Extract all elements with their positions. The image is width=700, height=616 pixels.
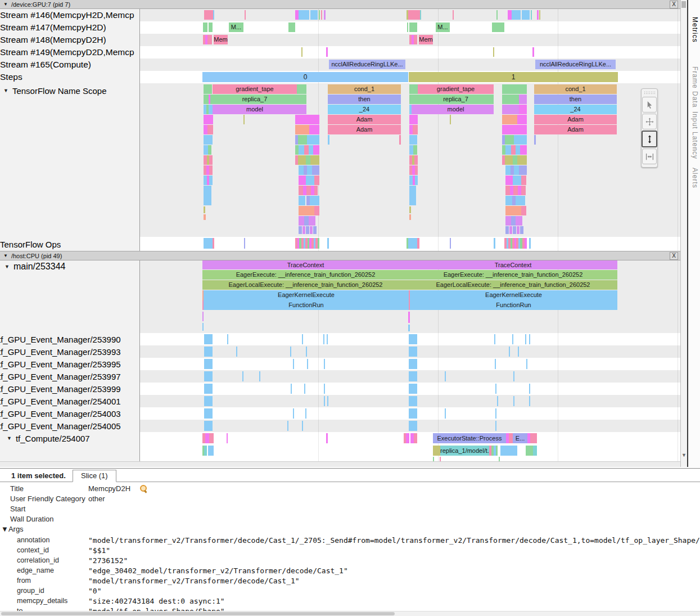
trace-slice[interactable]: model [213,105,297,114]
collapse-arrow-icon[interactable]: ▼ [7,435,12,441]
trace-slice[interactable]: M... [436,23,450,32]
collapse-arrow-icon[interactable]: ▼ [4,264,10,269]
trace-slice[interactable]: then [328,95,401,104]
trace-slice-fragment [399,135,401,145]
trace-slice[interactable]: ncclAllReduceRingLLKe... [535,60,616,69]
trace-slice[interactable]: EagerLocalExecute: __inference_train_fun… [202,280,409,290]
vertical-scrollbar[interactable] [680,0,687,467]
trace-slice-fragment [313,226,317,234]
side-tab-metrics[interactable]: Metrics [691,17,699,43]
row-label-text: Stream #165(Compute) [0,60,91,70]
scroll-down-arrow-icon[interactable]: ▼ [681,452,687,458]
pan-tool-icon [645,118,654,126]
gpu-section-header[interactable]: ▼ /device:GPU:7 (pid 7) X [0,0,680,9]
trace-slice-fragment [516,145,520,155]
side-tab-frame-data[interactable]: Frame Data [691,66,699,107]
trace-slice[interactable]: M... [229,23,243,32]
trace-slice-fragment [309,145,313,155]
row-label-tf-compute[interactable]: ▼tf_Compute/254007 [7,433,90,444]
trace-slice-fragment [301,47,302,57]
trace-slice[interactable]: Mem [419,35,433,44]
horizontal-scrollbar-thumb[interactable] [1,612,395,615]
cpu-section-header[interactable]: ▼ /host:CPU (pid 49) X [0,251,680,260]
selection-tool-button[interactable] [642,97,657,113]
trace-slice[interactable]: ncclAllReduceRingLLKe... [329,60,405,69]
vertical-scrollbar-thumb[interactable] [681,1,686,8]
trace-slice[interactable]: replica_7 [418,95,494,104]
trace-slice[interactable]: 1 [409,72,618,82]
trace-slice-fragment [445,371,446,381]
trace-slice[interactable]: Adam [328,125,401,134]
trace-slice[interactable]: TraceContext [409,260,617,269]
close-icon[interactable]: X [670,252,678,260]
trace-slice[interactable]: gradient_tape [418,84,494,94]
tab-slice[interactable]: Slice (1) [73,470,116,482]
trace-slice[interactable]: 0 [202,72,408,82]
trace-slice[interactable]: EagerExecute: __inference_train_function… [409,270,617,280]
trace-slice[interactable]: then [534,95,617,104]
trace-slice-fragment [327,238,329,249]
trace-slice[interactable]: Adam [534,115,617,124]
trace-viewer: M...M...MemMemncclAllReduceRingLLKe...nc… [0,0,680,467]
trace-slice[interactable]: EagerKernelExecute [204,290,409,300]
trace-slice[interactable]: FunctionRun [204,300,409,310]
trace-slice[interactable]: gradient_tape [213,84,297,94]
trace-slice-fragment [204,334,213,344]
trace-slice-fragment [204,125,207,134]
tool-palette[interactable] [641,88,658,168]
trace-slice[interactable]: _24 [328,105,401,114]
row-label-text: tf_GPU_Event_Manager/254001 [0,397,121,406]
trace-slice-fragment [204,186,211,205]
trace-slice-fragment [204,371,213,381]
trace-slice[interactable]: Adam [534,125,617,134]
trace-slice-fragment [532,47,534,57]
trace-slice-fragment [513,396,514,406]
trace-slice-fragment [313,145,319,155]
trace-slice-fragment [319,10,320,20]
side-tab-input-latency[interactable]: Input Latency [691,111,699,159]
trace-slice-fragment [518,347,519,357]
collapse-arrow-icon[interactable]: ▼ [3,253,8,258]
trace-slice-fragment [408,238,417,249]
trace-slice[interactable]: EagerLocalExecute: __inference_train_fun… [409,280,617,290]
trace-slice[interactable]: _24 [534,105,617,114]
trace-slice[interactable]: EagerExecute: __inference_train_function… [202,270,409,280]
trace-slice[interactable]: Mem [214,35,228,44]
collapse-arrow-icon[interactable]: ▼ [3,2,8,7]
trace-slice[interactable]: TraceContext [202,260,409,269]
trace-slice[interactable]: FunctionRun [410,300,617,310]
trace-slice-fragment [236,347,237,357]
row-label-tf-name-scope[interactable]: ▼TensorFlow Name Scope [3,85,107,96]
trace-slice-fragment [209,23,213,32]
trace-slice[interactable]: replica_7 [213,95,297,104]
trace-slice-fragment [537,10,539,20]
trace-slice-fragment [299,206,314,215]
timing-tool-button[interactable] [642,149,657,164]
trace-slice[interactable]: replica_1/model/t... [440,446,489,456]
side-tab-alerts[interactable]: Alerts [691,168,699,188]
args-section-header[interactable]: ▼Args [1,525,24,533]
pan-tool-button[interactable] [642,114,657,129]
palette-grip-handle[interactable] [644,91,655,95]
close-icon[interactable]: X [670,1,678,8]
trace-slice[interactable]: ExecutorState::Process [433,433,506,443]
horizontal-scrollbar[interactable] [0,611,700,616]
collapse-arrow-icon[interactable]: ▼ [1,525,8,533]
trace-slice[interactable]: model [418,105,494,114]
trace-slice[interactable]: cond_1 [328,84,401,94]
trace-slice-fragment [204,135,213,145]
trace-slice[interactable]: Adam [328,115,401,124]
trace-slice-fragment [202,323,204,331]
zoom-tool-button[interactable] [642,131,657,147]
row-label-main[interactable]: ▼main/253344 [4,261,65,272]
trace-slice-fragment [310,10,318,20]
search-icon[interactable] [139,484,147,492]
trace-slice[interactable]: cond_1 [534,84,617,94]
trace-slice[interactable]: EagerKernelExecute [410,290,617,300]
trace-slice-fragment [409,115,418,124]
row-label-event-manager-254005: tf_GPU_Event_Manager/254005 [0,420,121,431]
collapse-arrow-icon[interactable]: ▼ [3,88,8,93]
row-label-text: Stream #148(MemcpyD2H) [0,35,106,45]
trace-slice[interactable]: E... [513,433,527,443]
trace-slice-fragment [409,206,411,213]
